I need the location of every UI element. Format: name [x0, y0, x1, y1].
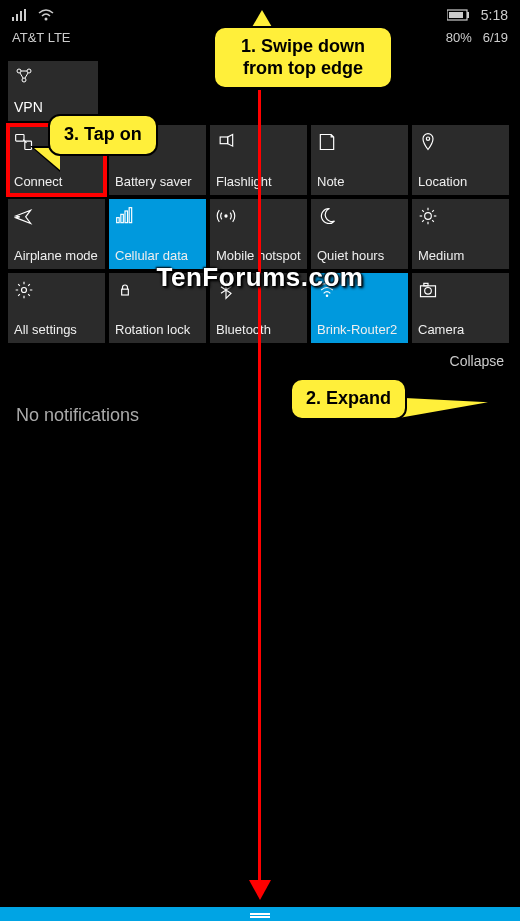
annotation-arrow-head: [249, 880, 271, 900]
svg-point-9: [27, 69, 31, 73]
annotation-arrow: [258, 90, 261, 888]
svg-line-12: [25, 73, 28, 78]
quiet-hours-icon: [317, 205, 402, 227]
annotation-step1: 1. Swipe down from top edge: [213, 26, 393, 89]
tile-label: All settings: [14, 323, 99, 337]
tile-label: Airplane mode: [14, 249, 99, 263]
svg-rect-2: [20, 11, 22, 21]
wifi-status-icon: [38, 9, 54, 21]
status-time: 5:18: [481, 7, 508, 23]
carrier-label: AT&T LTE: [12, 30, 71, 45]
svg-rect-22: [121, 214, 124, 222]
svg-point-26: [425, 213, 432, 220]
battery-percent: 80%: [446, 30, 472, 45]
svg-line-32: [432, 220, 434, 222]
annotation-step2: 2. Expand: [290, 378, 407, 420]
airplane-icon: [14, 205, 99, 227]
watermark-text: TenForums.com: [0, 262, 520, 293]
svg-point-8: [17, 69, 21, 73]
svg-rect-23: [125, 211, 128, 223]
svg-rect-7: [449, 12, 463, 18]
tile-label: Connect: [14, 175, 99, 189]
svg-rect-0: [12, 17, 14, 21]
tile-label: Medium: [418, 249, 503, 263]
svg-rect-3: [24, 9, 26, 21]
bottom-bar[interactable]: [0, 907, 520, 921]
svg-rect-21: [117, 218, 120, 223]
tile-cellular-data[interactable]: Cellular data: [109, 199, 206, 269]
tile-label: Location: [418, 175, 503, 189]
svg-point-4: [45, 18, 48, 21]
note-icon: [317, 131, 402, 153]
tile-label: Quiet hours: [317, 249, 402, 263]
vpn-tile[interactable]: VPN: [8, 61, 98, 121]
tile-label: Battery saver: [115, 175, 200, 189]
svg-rect-1: [16, 14, 18, 21]
svg-line-34: [432, 210, 434, 212]
tile-label: Rotation lock: [115, 323, 200, 337]
vpn-icon: [14, 67, 92, 89]
collapse-link[interactable]: Collapse: [450, 353, 504, 369]
tile-label: Brink-Router2: [317, 323, 402, 337]
tile-label: Camera: [418, 323, 503, 337]
svg-line-33: [422, 220, 424, 222]
battery-icon: [447, 9, 471, 21]
annotation-step3: 3. Tap on: [48, 114, 158, 156]
svg-point-37: [326, 295, 329, 298]
svg-rect-24: [129, 208, 132, 223]
svg-point-25: [224, 214, 227, 217]
tile-label: Cellular data: [115, 249, 200, 263]
no-notifications-text: No notifications: [16, 405, 139, 425]
svg-line-11: [20, 73, 23, 78]
tile-brightness[interactable]: Medium: [412, 199, 509, 269]
svg-rect-6: [467, 12, 469, 18]
svg-point-10: [22, 78, 26, 82]
tile-note[interactable]: Note: [311, 125, 408, 195]
drag-handle-icon: [250, 913, 270, 915]
tile-location[interactable]: Location: [412, 125, 509, 195]
cellular-icon: [115, 205, 200, 227]
tile-label: Note: [317, 175, 402, 189]
svg-rect-14: [16, 135, 24, 142]
tile-airplane-mode[interactable]: Airplane mode: [8, 199, 105, 269]
tile-quiet-hours[interactable]: Quiet hours: [311, 199, 408, 269]
location-icon: [418, 131, 503, 153]
vpn-label: VPN: [14, 99, 92, 115]
svg-point-20: [426, 137, 429, 140]
svg-line-31: [422, 210, 424, 212]
svg-rect-19: [220, 137, 228, 144]
signal-icon: [12, 9, 28, 21]
status-date: 6/19: [483, 30, 508, 45]
brightness-icon: [418, 205, 503, 227]
